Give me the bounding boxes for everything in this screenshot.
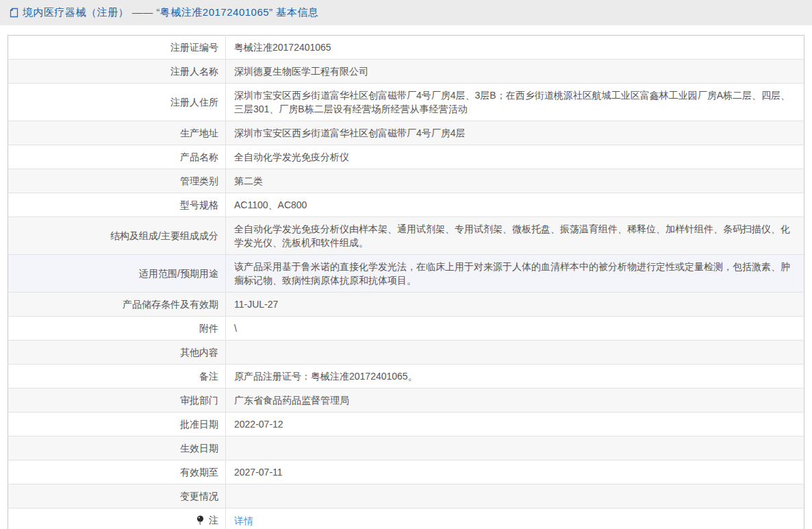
- row-label: 有效期至: [180, 467, 218, 478]
- row-value: 第二类: [234, 175, 263, 186]
- registration-info-table: 注册证编号 粤械注准20172401065 注册人名称 深圳德夏生物医学工程有限…: [8, 35, 804, 529]
- row-label: 产品名称: [180, 151, 218, 162]
- info-table-body: 注册证编号 粤械注准20172401065 注册人名称 深圳德夏生物医学工程有限…: [8, 36, 804, 529]
- row-label: 产品储存条件及有效期: [123, 299, 218, 310]
- table-row: 批准日期 2022-07-12: [8, 413, 804, 436]
- table-row: 备注 原产品注册证号：粤械注准20172401065。: [8, 365, 804, 389]
- row-label: 生产地址: [180, 127, 218, 138]
- row-value: 粤械注准20172401065: [234, 42, 331, 53]
- row-value: 2027-07-11: [234, 467, 283, 478]
- table-row: 注 详情: [8, 508, 804, 529]
- row-value: 11-JUL-27: [234, 299, 278, 310]
- table-row: 适用范围/预期用途 该产品采用基于鲁米诺的直接化学发光法，在临床上用于对来源于人…: [8, 255, 804, 293]
- table-row: 生产地址 深圳市宝安区西乡街道富华社区创富磁带厂4号厂房4层: [8, 121, 804, 145]
- row-label: 备注: [199, 371, 218, 382]
- table-row: 管理类别 第二类: [8, 169, 804, 193]
- row-label: 附件: [199, 323, 218, 334]
- row-value: 原产品注册证号：粤械注准20172401065。: [234, 371, 418, 382]
- row-label: 生效日期: [180, 443, 218, 454]
- row-label: 注册人住所: [170, 97, 218, 108]
- row-label: 管理类别: [180, 175, 218, 186]
- row-label: 注册人名称: [170, 66, 218, 77]
- table-row: 附件 \: [8, 317, 804, 341]
- row-value: AC1100、AC800: [234, 199, 307, 210]
- row-value: 全自动化学发光免疫分析仪: [234, 151, 349, 162]
- table-row: 其他内容: [8, 341, 804, 365]
- row-label: 审批部门: [180, 395, 218, 406]
- page-title-bar: 境内医疗器械（注册） —— “粤械注准20172401065” 基本信息: [0, 0, 812, 25]
- registration-info-table-wrap: 注册证编号 粤械注准20172401065 注册人名称 深圳德夏生物医学工程有限…: [8, 35, 804, 529]
- row-label: 变更情况: [180, 491, 218, 502]
- row-label: 其他内容: [180, 347, 218, 358]
- table-row: 结构及组成/主要组成成分 全自动化学发光免疫分析仪由样本架、通用试剂架、专用试剂…: [8, 217, 804, 255]
- table-row: 产品名称 全自动化学发光免疫分析仪: [8, 145, 804, 169]
- document-icon: [10, 8, 18, 18]
- table-row: 生效日期: [8, 436, 804, 460]
- row-value: 全自动化学发光免疫分析仪由样本架、通用试剂架、专用试剂架、微板托盘、振荡温育组件…: [234, 223, 790, 248]
- row-label: 型号规格: [180, 199, 218, 210]
- row-value: 深圳德夏生物医学工程有限公司: [234, 66, 368, 77]
- detail-link[interactable]: 详情: [234, 515, 253, 526]
- table-row: 有效期至 2027-07-11: [8, 460, 804, 484]
- row-value: 深圳市宝安区西乡街道富华社区创富磁带厂4号厂房4层、3层B；在西乡街道桃源社区航…: [234, 90, 790, 114]
- row-label: 注册证编号: [170, 42, 218, 53]
- table-row: 产品储存条件及有效期 11-JUL-27: [8, 293, 804, 317]
- row-value: \: [234, 323, 237, 334]
- row-label: 适用范围/预期用途: [139, 268, 218, 279]
- row-label: 注: [209, 515, 218, 526]
- table-row: 注册人住所 深圳市宝安区西乡街道富华社区创富磁带厂4号厂房4层、3层B；在西乡街…: [8, 84, 804, 121]
- table-row: 型号规格 AC1100、AC800: [8, 193, 804, 217]
- row-value: 2022-07-12: [234, 419, 283, 430]
- row-label: 批准日期: [180, 419, 218, 430]
- row-value: 深圳市宝安区西乡街道富华社区创富磁带厂4号厂房4层: [234, 127, 466, 138]
- table-row: 注册证编号 粤械注准20172401065: [8, 36, 804, 60]
- table-row: 变更情况: [8, 484, 804, 508]
- table-row: 审批部门 广东省食品药品监督管理局: [8, 389, 804, 413]
- row-value: 该产品采用基于鲁米诺的直接化学发光法，在临床上用于对来源于人体的血清样本中的被分…: [234, 261, 790, 286]
- page-title: 境内医疗器械（注册） —— “粤械注准20172401065” 基本信息: [23, 6, 318, 19]
- note-icon: [196, 515, 204, 528]
- row-label: 结构及组成/主要组成成分: [110, 230, 218, 241]
- table-row: 注册人名称 深圳德夏生物医学工程有限公司: [8, 60, 804, 84]
- row-value: 广东省食品药品监督管理局: [234, 395, 349, 406]
